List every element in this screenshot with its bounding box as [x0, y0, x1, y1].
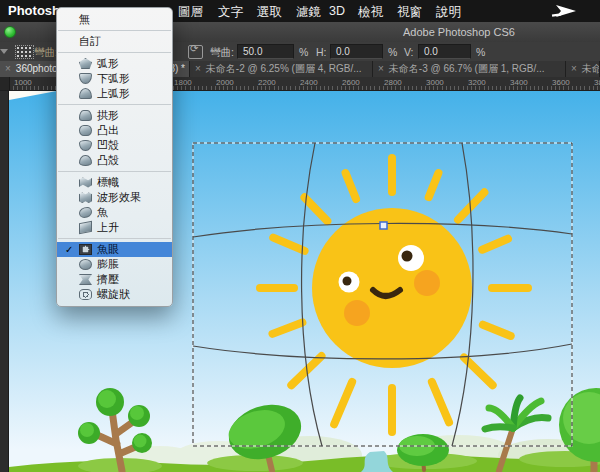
menu-item-wave[interactable]: 波形效果 — [57, 190, 172, 205]
flag-icon — [79, 177, 92, 188]
menu-item-arc-upper[interactable]: 上弧形 — [57, 86, 172, 101]
ruler-number: 2000 — [216, 78, 234, 87]
menu-filter[interactable]: 濾鏡 — [296, 4, 321, 21]
wave-icon — [79, 192, 92, 203]
warp-control-point[interactable] — [380, 222, 387, 229]
fish-icon — [79, 207, 92, 218]
menu-item-shell-lower[interactable]: 凹殼 — [57, 138, 172, 153]
ruler-number: 3000 — [426, 78, 444, 87]
traffic-light-green[interactable] — [4, 26, 16, 38]
ruler-number: 1800 — [174, 78, 192, 87]
photoshop-window: Photoshop 圖層 文字 選取 濾鏡 3D 檢視 視窗 說明 Adobe … — [0, 0, 600, 472]
warp-style-menu: 無 自訂 弧形 下弧形 上弧形 拱形 凸出 凹殼 凸殼 標幟 波形效果 魚 上升 — [56, 7, 173, 307]
squeeze-icon — [79, 274, 92, 285]
h-label: H: — [316, 46, 327, 58]
menu-separator — [58, 104, 171, 105]
menu-item-flag[interactable]: 標幟 — [57, 175, 172, 190]
ruler-number: 2200 — [258, 78, 276, 87]
menu-item-arc-lower[interactable]: 下弧形 — [57, 71, 172, 86]
warp-style-label: 彎曲: — [34, 46, 58, 60]
bulge-icon — [79, 125, 92, 136]
menu-window[interactable]: 視窗 — [397, 4, 422, 21]
menu-item-squeeze[interactable]: 擠壓 — [57, 272, 172, 287]
shell-lower-icon — [79, 140, 92, 151]
warp-orientation-icon[interactable] — [188, 45, 203, 59]
tab-untitled-4[interactable]: ×未命名 — [566, 61, 600, 77]
twist-icon — [79, 289, 92, 300]
menu-item-fish[interactable]: 魚 — [57, 205, 172, 220]
sun-cheek-right — [414, 270, 440, 296]
percent-sign: % — [476, 46, 485, 58]
sun-cheek-left — [344, 300, 370, 326]
menu-item-inflate[interactable]: 膨脹 — [57, 257, 172, 272]
menu-item-bulge[interactable]: 凸出 — [57, 123, 172, 138]
vertical-ruler-sliver — [0, 90, 9, 472]
bend-input[interactable]: 50.0 — [237, 44, 294, 59]
sun — [312, 208, 472, 368]
close-icon[interactable]: × — [195, 63, 201, 74]
menu-item-rise[interactable]: 上升 — [57, 220, 172, 235]
checkmark-icon: ✓ — [65, 244, 79, 255]
shell-upper-icon — [79, 155, 92, 166]
menu-item-none[interactable]: 無 — [57, 12, 172, 27]
ruler-corner — [0, 77, 10, 90]
menu-item-arch[interactable]: 拱形 — [57, 108, 172, 123]
ruler-number: 1000 — [14, 78, 32, 87]
v-label: V: — [404, 46, 414, 58]
arc-icon — [79, 58, 92, 69]
menu-separator — [58, 52, 171, 53]
menu-layer[interactable]: 圖層 — [178, 4, 203, 21]
inflate-icon — [79, 259, 92, 270]
ruler-number: 2800 — [384, 78, 402, 87]
menu-type[interactable]: 文字 — [218, 4, 243, 21]
ruler-number: 3600 — [552, 78, 570, 87]
rise-icon — [79, 221, 92, 234]
menu-help[interactable]: 說明 — [436, 4, 461, 21]
paper-plane-icon[interactable] — [550, 3, 578, 19]
h-distort-input[interactable]: 0.0 — [330, 44, 383, 59]
chevron-down-icon[interactable] — [0, 49, 8, 54]
v-distort-input[interactable]: 0.0 — [418, 44, 471, 59]
menu-3d[interactable]: 3D — [329, 4, 345, 18]
arc-upper-icon — [79, 88, 92, 99]
menu-separator — [58, 171, 171, 172]
close-icon[interactable]: × — [378, 63, 384, 74]
fisheye-icon — [79, 244, 92, 255]
tab-untitled-2[interactable]: ×未命名-2 @ 6.25% (圖層 4, RGB/... — [190, 61, 373, 77]
ruler-number: 2600 — [342, 78, 360, 87]
warp-mode-grid-icon[interactable] — [16, 46, 33, 58]
arch-icon — [79, 110, 92, 121]
percent-sign: % — [388, 46, 397, 58]
ruler-number: 3200 — [468, 78, 486, 87]
ruler-number: 3400 — [510, 78, 528, 87]
ruler-number: 2400 — [300, 78, 318, 87]
menu-item-twist[interactable]: 螺旋狀 — [57, 287, 172, 302]
bend-label: 彎曲: — [210, 46, 234, 60]
window-title: Adobe Photoshop CS6 — [403, 26, 515, 38]
close-icon[interactable]: × — [571, 63, 577, 74]
menu-item-fisheye[interactable]: ✓魚眼 — [57, 242, 172, 257]
percent-sign: % — [299, 46, 308, 58]
close-icon[interactable]: × — [5, 63, 11, 74]
menu-view[interactable]: 檢視 — [358, 4, 383, 21]
menu-separator — [58, 30, 171, 31]
tab-untitled-3[interactable]: ×未命名-3 @ 66.7% (圖層 1, RGB/... — [373, 61, 566, 77]
menu-item-arc[interactable]: 弧形 — [57, 56, 172, 71]
ruler-number: 3800 — [594, 78, 600, 87]
menu-select[interactable]: 選取 — [257, 4, 282, 21]
menu-item-shell-upper[interactable]: 凸殼 — [57, 153, 172, 168]
arc-lower-icon — [79, 73, 92, 84]
menu-separator — [58, 238, 171, 239]
menu-item-custom[interactable]: 自訂 — [57, 34, 172, 49]
